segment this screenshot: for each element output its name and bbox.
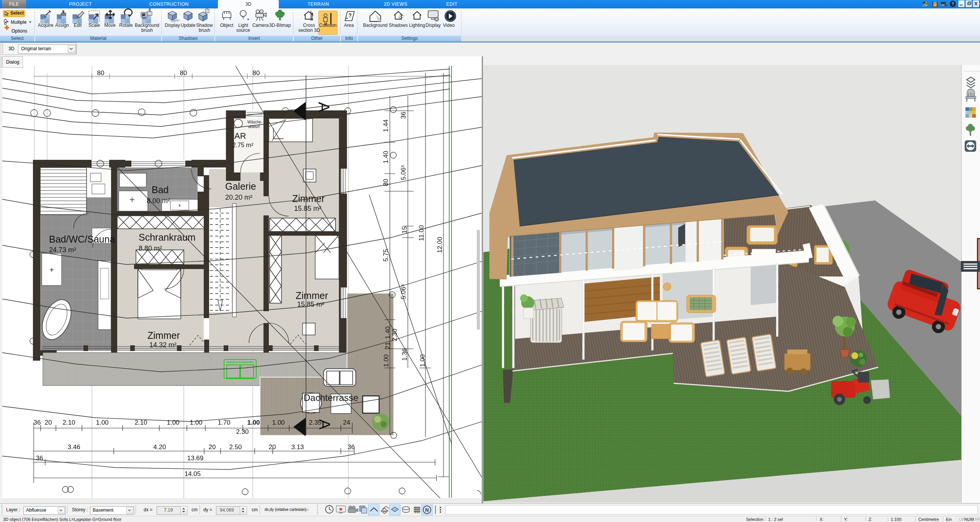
svg-text:20: 20 xyxy=(209,443,216,451)
svg-text:5.06⁵: 5.06⁵ xyxy=(400,165,407,180)
svg-text:80: 80 xyxy=(97,69,105,77)
svg-text:4.20: 4.20 xyxy=(153,443,166,451)
svg-text:A: A xyxy=(316,102,332,112)
svg-text:1.44: 1.44 xyxy=(382,119,389,132)
svg-text:?: ? xyxy=(952,2,954,6)
svg-text:24.73 m²: 24.73 m² xyxy=(49,246,76,254)
svg-text:1.70: 1.70 xyxy=(218,419,230,426)
svg-text:15: 15 xyxy=(401,227,408,234)
svg-text:5.06⁵: 5.06⁵ xyxy=(400,284,407,299)
svg-text:3.46: 3.46 xyxy=(67,443,80,451)
svg-text:20: 20 xyxy=(45,419,52,426)
svg-text:8.80 m²: 8.80 m² xyxy=(139,245,162,252)
svg-text:15.85 m²: 15.85 m² xyxy=(294,205,321,212)
svg-text:Schrankraum: Schrankraum xyxy=(139,232,196,243)
svg-text:Wäsche-: Wäsche- xyxy=(247,120,262,124)
svg-text:2.10: 2.10 xyxy=(134,419,147,426)
svg-text:80: 80 xyxy=(180,69,187,77)
svg-text:1.00: 1.00 xyxy=(383,354,390,367)
svg-text:24: 24 xyxy=(343,419,350,426)
svg-text:1.00: 1.00 xyxy=(96,419,108,426)
svg-text:36: 36 xyxy=(34,419,41,426)
svg-text:N: N xyxy=(425,507,429,513)
svg-text:Zimmer: Zimmer xyxy=(292,193,325,204)
svg-text:2.75 m²: 2.75 m² xyxy=(232,142,254,148)
svg-text:2.50: 2.50 xyxy=(229,443,242,451)
svg-text:80: 80 xyxy=(253,69,260,77)
svg-text:36: 36 xyxy=(400,112,407,119)
svg-text:14.32 m²: 14.32 m² xyxy=(149,341,177,349)
svg-text:20: 20 xyxy=(269,443,276,451)
svg-text:Zimmer: Zimmer xyxy=(296,290,328,301)
svg-text:36: 36 xyxy=(348,443,355,451)
svg-text:Bad: Bad xyxy=(152,184,169,195)
svg-text:1.00: 1.00 xyxy=(190,419,202,426)
svg-text:1.40: 1.40 xyxy=(382,151,389,163)
svg-text:3.13: 3.13 xyxy=(291,443,304,451)
svg-text:36: 36 xyxy=(36,455,43,462)
svg-text:1.00: 1.00 xyxy=(167,419,179,426)
svg-text:AR: AR xyxy=(234,131,246,141)
svg-text:5.75: 5.75 xyxy=(382,249,389,261)
svg-text:11.00: 11.00 xyxy=(418,225,425,241)
svg-text:Dachterrasse: Dachterrasse xyxy=(304,392,358,403)
svg-text:2.10: 2.10 xyxy=(62,419,75,426)
svg-text:80: 80 xyxy=(382,179,389,186)
svg-text:1.00: 1.00 xyxy=(247,419,260,426)
svg-text:2.30: 2.30 xyxy=(236,428,249,435)
svg-text:20.20 m²: 20.20 m² xyxy=(225,194,252,201)
svg-text:2.30: 2.30 xyxy=(391,328,398,341)
svg-text:Zimmer: Zimmer xyxy=(147,330,180,341)
svg-text:13.69: 13.69 xyxy=(187,455,204,462)
svg-text:1.36: 1.36 xyxy=(401,348,408,361)
svg-text:1.40: 1.40 xyxy=(384,326,391,339)
svg-text:Galerie: Galerie xyxy=(225,181,256,192)
svg-text:21: 21 xyxy=(384,342,391,350)
svg-text:2.35: 2.35 xyxy=(309,419,321,426)
svg-text:1.00: 1.00 xyxy=(272,419,285,426)
svg-text:12.00: 12.00 xyxy=(436,237,443,253)
svg-text:?: ? xyxy=(348,12,352,18)
svg-text:14.05: 14.05 xyxy=(185,470,201,478)
svg-text:1.00: 1.00 xyxy=(419,354,426,367)
svg-text:Bad/WC/Sauna: Bad/WC/Sauna xyxy=(49,234,115,245)
